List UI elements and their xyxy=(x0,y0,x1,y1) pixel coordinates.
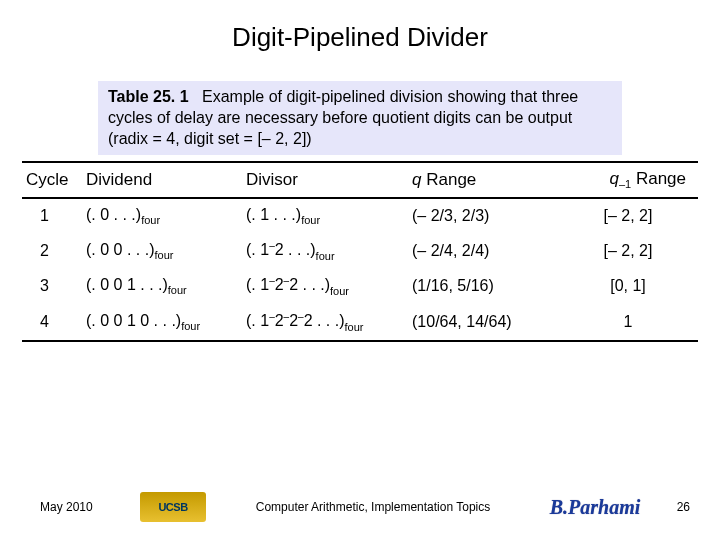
cell-q-range: (1/16, 5/16) xyxy=(412,277,570,295)
header-dividend: Dividend xyxy=(86,170,246,190)
cell-dividend: (. 0 0 . . .)four xyxy=(86,241,246,261)
author-signature: B.Parhami xyxy=(540,496,650,519)
cell-q1-range: [– 2, 2] xyxy=(570,242,690,260)
footer-date: May 2010 xyxy=(40,500,140,514)
table-caption: Table 25. 1 Example of digit-pipelined d… xyxy=(98,81,622,155)
cell-dividend: (. 0 . . .)four xyxy=(86,206,246,226)
page-number: 26 xyxy=(650,500,690,514)
cell-q-range: (– 2/4, 2/4) xyxy=(412,242,570,260)
cell-dividend: (. 0 0 1 0 . . .)four xyxy=(86,312,246,332)
divider xyxy=(22,340,698,342)
table-row: 4 (. 0 0 1 0 . . .)four (. 1–2–2–2 . . .… xyxy=(22,304,698,340)
cell-cycle: 2 xyxy=(22,242,86,260)
cell-dividend: (. 0 0 1 . . .)four xyxy=(86,276,246,296)
header-cycle: Cycle xyxy=(22,170,86,190)
cell-cycle: 3 xyxy=(22,277,86,295)
header-q-range: q Range xyxy=(412,170,570,190)
header-divisor: Divisor xyxy=(246,170,412,190)
table-row: 1 (. 0 . . .)four (. 1 . . .)four (– 2/3… xyxy=(22,199,698,233)
table-row: 3 (. 0 0 1 . . .)four (. 1–2–2 . . .)fou… xyxy=(22,268,698,304)
cell-q1-range: 1 xyxy=(570,313,690,331)
table-label: Table 25. 1 xyxy=(108,88,189,105)
table-row: 2 (. 0 0 . . .)four (. 1–2 . . .)four (–… xyxy=(22,233,698,269)
cell-cycle: 4 xyxy=(22,313,86,331)
table-header-row: Cycle Dividend Divisor q Range q–1 Range xyxy=(22,163,698,196)
footer-title: Computer Arithmetic, Implementation Topi… xyxy=(206,500,540,514)
cell-divisor: (. 1–2–2 . . .)four xyxy=(246,275,412,297)
cell-divisor: (. 1 . . .)four xyxy=(246,206,412,226)
header-q1-range: q–1 Range xyxy=(570,169,690,190)
cell-q-range: (– 2/3, 2/3) xyxy=(412,207,570,225)
cell-divisor: (. 1–2 . . .)four xyxy=(246,240,412,262)
cell-divisor: (. 1–2–2–2 . . .)four xyxy=(246,311,412,333)
ucsb-logo: UCSB xyxy=(140,492,206,522)
cell-q1-range: [0, 1] xyxy=(570,277,690,295)
cell-q-range: (10/64, 14/64) xyxy=(412,313,570,331)
cell-q1-range: [– 2, 2] xyxy=(570,207,690,225)
data-table: Cycle Dividend Divisor q Range q–1 Range… xyxy=(22,161,698,341)
page-title: Digit-Pipelined Divider xyxy=(0,22,720,53)
cell-cycle: 1 xyxy=(22,207,86,225)
slide-footer: May 2010 UCSB Computer Arithmetic, Imple… xyxy=(0,492,720,522)
